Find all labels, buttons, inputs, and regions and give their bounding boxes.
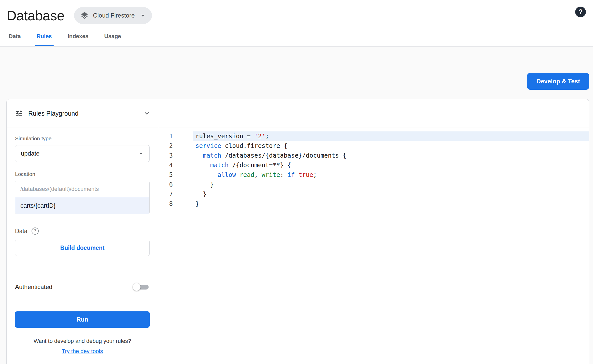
dev-tools-link[interactable]: Try the dev tools <box>62 348 103 355</box>
develop-test-button[interactable]: Develop & Test <box>527 73 589 90</box>
code-line[interactable]: } <box>193 199 589 209</box>
tab-usage[interactable]: Usage <box>102 33 123 46</box>
simulation-type-value: update <box>21 150 137 157</box>
product-selector-label: Cloud Firestore <box>93 12 135 19</box>
simulation-type-select[interactable]: update <box>15 145 150 162</box>
line-number: 4 <box>158 160 173 170</box>
tab-rules[interactable]: Rules <box>35 33 54 46</box>
line-number: 7 <box>158 189 173 199</box>
collapse-chevron-icon[interactable] <box>143 109 151 117</box>
line-number: 2 <box>158 141 173 151</box>
run-button[interactable]: Run <box>15 311 150 328</box>
playground-title: Rules Playground <box>28 110 143 117</box>
tune-icon <box>15 110 23 117</box>
code-line[interactable]: } <box>193 189 589 199</box>
authenticated-label: Authenticated <box>15 283 52 291</box>
location-group: /databases/(default)/documents <box>15 181 150 214</box>
code-line[interactable]: allow read, write: if true; <box>193 170 589 180</box>
rules-workbench: Rules Playground Simulation type update … <box>6 99 589 364</box>
playground-header[interactable]: Rules Playground <box>7 99 158 128</box>
line-number: 3 <box>158 151 173 160</box>
tab-data[interactable]: Data <box>7 33 23 46</box>
toggle-thumb <box>133 283 140 291</box>
location-label: Location <box>15 171 150 177</box>
line-number: 5 <box>158 170 173 180</box>
line-number: 1 <box>158 131 173 141</box>
code-line[interactable]: match /{document=**} { <box>193 160 589 170</box>
help-button[interactable]: ? <box>575 7 586 17</box>
build-document-button[interactable]: Build document <box>15 240 150 256</box>
product-selector[interactable]: Cloud Firestore <box>74 7 152 24</box>
location-input[interactable] <box>15 197 149 214</box>
tab-bar: Data Rules Indexes Usage <box>0 27 593 47</box>
select-caret-icon <box>137 150 145 157</box>
line-number: 8 <box>158 199 173 209</box>
code-line[interactable]: rules_version = '2'; <box>193 131 589 141</box>
page-title: Database <box>7 8 64 23</box>
rules-playground-panel: Rules Playground Simulation type update … <box>7 99 158 364</box>
authenticated-toggle[interactable] <box>133 283 150 291</box>
app-header: Database Cloud Firestore ? Data Rules In… <box>0 0 593 47</box>
code-line[interactable]: service cloud.firestore { <box>193 141 589 151</box>
editor-gutter: 12345678 <box>158 128 193 364</box>
question-mark-icon: ? <box>578 8 583 16</box>
dev-tools-prompt: Want to develop and debug your rules? <box>7 338 158 344</box>
content: Develop & Test Rules Playground Simulati… <box>0 73 593 364</box>
simulation-type-label: Simulation type <box>15 135 150 142</box>
line-number: 6 <box>158 180 173 189</box>
data-help-icon[interactable]: ? <box>32 227 39 235</box>
data-label: Data <box>15 228 27 235</box>
code-line[interactable]: } <box>193 180 589 189</box>
chevron-down-icon <box>139 11 147 20</box>
tab-indexes[interactable]: Indexes <box>66 33 91 46</box>
location-prefix: /databases/(default)/documents <box>15 181 149 197</box>
editor-toolbar <box>158 99 589 128</box>
code-line[interactable]: match /databases/{database}/documents { <box>193 151 589 160</box>
firestore-icon <box>80 11 89 20</box>
rules-editor: 12345678 rules_version = '2';service clo… <box>158 99 589 364</box>
editor-code[interactable]: rules_version = '2';service cloud.firest… <box>193 128 589 364</box>
